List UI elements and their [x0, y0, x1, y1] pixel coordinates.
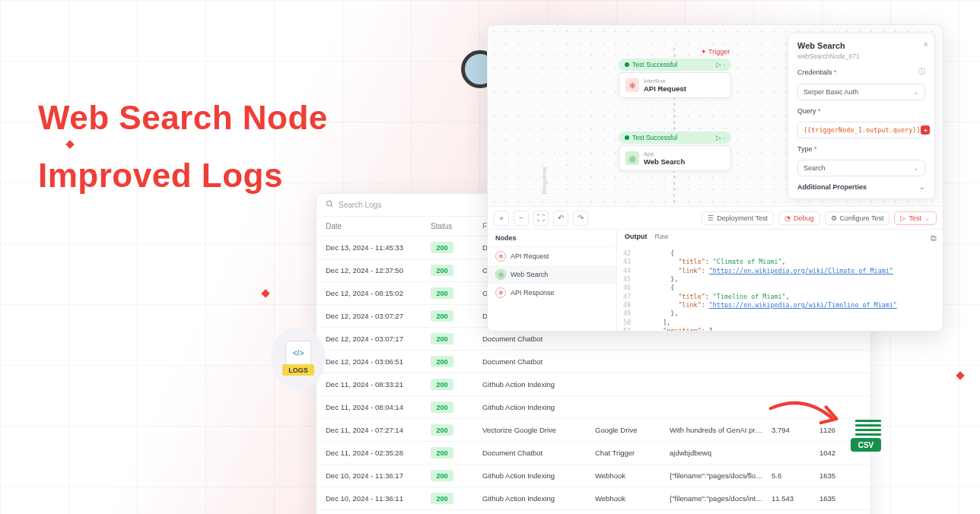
cell-date: Dec 13, 2024 - 11:45:33 [326, 243, 425, 252]
cell-date: Dec 10, 2024 - 11:36:11 [326, 494, 425, 503]
cell-status: 200 [431, 447, 476, 458]
cell-trigger: Google Drive [595, 426, 663, 434]
cell-date: Dec 11, 2024 - 02:35:28 [326, 449, 425, 457]
code-viewer[interactable]: 42 { 43 "title": "Climate of Miami", 44 … [617, 246, 943, 331]
stopwatch-icon: ◔ [784, 214, 791, 222]
configure-test-button[interactable]: ⚙Configure Test [825, 211, 890, 225]
debug-button[interactable]: ◔Debug [778, 211, 820, 225]
status-badge: 200 [431, 424, 453, 436]
cell-m1: 11.543 [772, 494, 813, 503]
globe-icon: ◎ [495, 269, 506, 280]
copy-icon[interactable]: ⧉ [931, 233, 937, 243]
cell-status: 200 [431, 470, 476, 481]
gear-icon: ✻ [495, 287, 506, 298]
cell-detail: {"filename":"pages/docs/integrations/app… [670, 494, 765, 503]
chevron-down-icon: ⌄ [913, 164, 919, 172]
gear-icon: ✻ [625, 78, 639, 92]
cell-flow: Document Chatbot [482, 449, 589, 457]
flow-canvas[interactable]: ✦ Trigger Test Successful ▷ · ✻ Interflo… [488, 25, 943, 229]
close-icon[interactable]: × [924, 40, 928, 49]
cell-status: 200 [431, 310, 476, 322]
status-badge: 200 [431, 287, 453, 299]
minus-icon[interactable]: − [514, 211, 529, 226]
sliders-icon: ⚙ [831, 214, 837, 222]
redo-icon[interactable]: ↷ [573, 211, 588, 226]
cell-trigger: Webhook [595, 471, 663, 480]
expand-icon[interactable]: ⛶ [533, 211, 549, 226]
add-expression-button[interactable]: ＋ [921, 125, 930, 135]
page-title-1: Web Search Node [38, 99, 328, 137]
cell-date: Dec 12, 2024 - 03:07:27 [326, 312, 425, 320]
additional-properties-toggle[interactable]: Additional Properties⌄ [797, 183, 925, 191]
output-nodes-list: Nodes ✻API Request◎Web Search✻API Respon… [488, 230, 617, 331]
cell-status: 200 [431, 379, 476, 390]
chevron-down-icon: ⌄ [913, 88, 919, 96]
test-success-badge: Test Successful ▷ · [619, 59, 731, 71]
status-badge: 200 [431, 356, 453, 367]
cell-status: 200 [431, 493, 476, 504]
table-row[interactable]: Dec 9, 2024 - 09:53:07200Github Action I… [317, 510, 870, 514]
cell-m2: 1635 [819, 471, 861, 480]
cell-flow: Github Action Indexing [482, 380, 589, 389]
cell-status: 200 [431, 356, 476, 367]
cell-flow: Github Action Indexing [482, 494, 589, 503]
output-panel: Nodes ✻API Request◎Web Search✻API Respon… [488, 229, 943, 331]
table-row[interactable]: Dec 10, 2024 - 11:36:11200Github Action … [317, 487, 870, 510]
table-row[interactable]: Dec 12, 2024 - 03:06:51200Document Chatb… [317, 351, 870, 373]
output-node-label: API Request [511, 252, 549, 260]
status-badge: 200 [431, 401, 453, 413]
page-title-2: Improved Logs [38, 157, 283, 195]
properties-panel: × Web Search webSearchNode_671 Credentia… [788, 33, 935, 199]
props-subtitle: webSearchNode_671 [797, 52, 925, 60]
svg-line-1 [331, 205, 332, 207]
cell-date: Dec 11, 2024 - 08:33:21 [326, 380, 425, 389]
cell-flow: Github Action Indexing [482, 471, 589, 480]
table-row[interactable]: Dec 11, 2024 - 02:35:28200Document Chatb… [317, 442, 870, 465]
cell-flow: Vectorize Google Drive [482, 426, 589, 434]
status-badge: 200 [431, 447, 453, 458]
cell-status: 200 [431, 424, 476, 436]
logs-tag: LOGS [282, 364, 314, 376]
node-api-request[interactable]: ✻ InterflowAPI Request [619, 72, 731, 98]
info-icon[interactable]: ⓘ [918, 67, 925, 77]
query-expression-input[interactable]: {{triggerNode_1.output.query}} ＋ [797, 122, 925, 138]
cell-date: Dec 10, 2024 - 11:36:17 [326, 471, 425, 480]
play-icon: ▷ [900, 214, 905, 222]
cell-detail: With hundreds of GenAI products out ther… [670, 426, 765, 434]
add-icon[interactable]: ＋ [494, 211, 509, 226]
canvas-toolbar: ＋ − ⛶ ↶ ↷ ☰Deployment Test ◔Debug ⚙Confi… [488, 206, 943, 229]
cell-date: Dec 11, 2024 - 07:27:14 [326, 426, 425, 434]
cell-detail: ajdwbjdbewq [670, 449, 765, 457]
logs-illustration: </> LOGS [271, 327, 326, 389]
output-code: Output Raw ⧉ 42 { 43 "title": "Climate o… [617, 230, 943, 331]
table-row[interactable]: Dec 11, 2024 - 07:27:14200Vectorize Goog… [317, 419, 870, 442]
credentials-select[interactable]: Serper Basic Auth⌄ [797, 84, 925, 100]
table-row[interactable]: Dec 10, 2024 - 11:36:17200Github Action … [317, 465, 870, 487]
search-icon [326, 200, 334, 210]
test-button[interactable]: ▷Test⌄ [894, 211, 937, 225]
cell-date: Dec 12, 2024 - 03:07:17 [326, 335, 425, 343]
cell-status: 200 [431, 333, 476, 344]
status-badge: 200 [431, 242, 453, 253]
node-web-search[interactable]: ◎ AppWeb Search [619, 145, 731, 171]
table-row[interactable]: Dec 11, 2024 - 08:04:14200Github Action … [317, 396, 870, 419]
cell-flow: Document Chatbot [482, 357, 589, 366]
canvas-panel: ✦ Trigger Test Successful ▷ · ✻ Interflo… [487, 24, 943, 332]
deployment-test-button[interactable]: ☰Deployment Test [702, 211, 774, 225]
cell-flow: Document Chatbot [482, 335, 589, 343]
tab-output[interactable]: Output [625, 233, 648, 240]
output-node-item[interactable]: ✻API Request [488, 247, 616, 265]
gear-icon: ✻ [495, 251, 506, 262]
output-node-item[interactable]: ◎Web Search [488, 265, 616, 284]
cell-m1: 3.794 [772, 426, 813, 434]
tab-raw[interactable]: Raw [655, 233, 669, 240]
output-node-item[interactable]: ✻API Response [488, 284, 616, 302]
response-label: Response [541, 167, 548, 194]
undo-icon[interactable]: ↶ [553, 211, 568, 226]
globe-icon: ◎ [625, 151, 639, 165]
cell-trigger: Chat Trigger [595, 449, 663, 457]
type-select[interactable]: Search⌄ [797, 160, 925, 176]
table-row[interactable]: Dec 11, 2024 - 08:33:21200Github Action … [317, 373, 870, 396]
status-badge: 200 [431, 493, 453, 504]
chevron-down-icon: ⌄ [919, 183, 925, 191]
